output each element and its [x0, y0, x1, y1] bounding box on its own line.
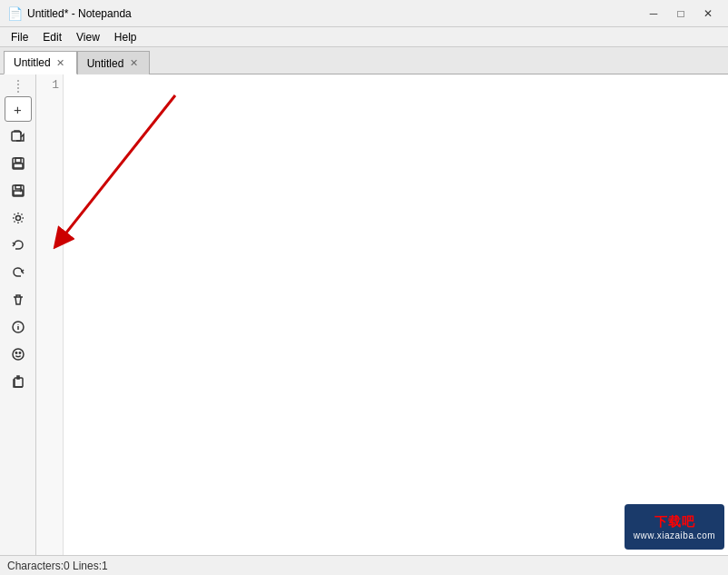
drag-handle-dot [17, 91, 19, 93]
svg-rect-0 [12, 132, 21, 141]
minimize-button[interactable]: ─ [641, 4, 666, 24]
title-bar: 📄 Untitled* - Notepanda ─ □ ✕ [0, 0, 728, 27]
main-area: + [0, 74, 728, 555]
clipboard-button[interactable] [5, 369, 32, 394]
svg-point-10 [15, 352, 16, 353]
tab-1-label: Untitled [14, 56, 51, 69]
menu-help[interactable]: Help [107, 27, 144, 46]
svg-point-7 [15, 216, 20, 221]
line-number-1: 1 [40, 78, 59, 92]
editor-area: 1 [36, 74, 728, 555]
line-numbers: 1 [36, 74, 64, 555]
window-controls: ─ □ ✕ [641, 4, 721, 24]
svg-rect-3 [14, 164, 23, 168]
tab-2[interactable]: Untitled ✕ [77, 51, 151, 74]
maximize-button[interactable]: □ [668, 4, 694, 24]
watermark-top: 下载吧 [654, 514, 695, 530]
close-button[interactable]: ✕ [695, 4, 721, 24]
svg-rect-6 [14, 191, 23, 195]
window-title: Untitled* - Notepanda [27, 7, 132, 20]
drag-handle-dot [17, 87, 19, 89]
watermark-bottom: www.xiazaiba.com [634, 530, 715, 540]
tab-1[interactable]: Untitled ✕ [4, 51, 77, 74]
status-text: Characters:0 Lines:1 [7, 560, 108, 572]
tab-1-close[interactable]: ✕ [54, 56, 67, 69]
app-icon: 📄 [7, 6, 22, 21]
undo-button[interactable] [5, 233, 32, 258]
editor[interactable] [64, 74, 728, 555]
svg-rect-2 [15, 158, 21, 163]
redo-button[interactable] [5, 260, 32, 285]
new-file-button[interactable]: + [5, 96, 32, 122]
status-bar: Characters:0 Lines:1 [0, 555, 728, 575]
settings-button[interactable] [5, 205, 32, 231]
menu-bar: File Edit View Help [0, 27, 728, 47]
sidebar: + [0, 74, 36, 555]
svg-point-11 [19, 352, 20, 353]
tab-2-close[interactable]: ✕ [127, 57, 140, 70]
save-file-button[interactable] [5, 151, 32, 176]
svg-point-9 [13, 349, 24, 360]
menu-file[interactable]: File [4, 27, 35, 46]
tab-bar: Untitled ✕ Untitled ✕ [0, 47, 728, 74]
delete-button[interactable] [5, 287, 32, 312]
title-bar-left: 📄 Untitled* - Notepanda [7, 6, 132, 21]
menu-edit[interactable]: Edit [35, 27, 69, 46]
open-file-button[interactable] [5, 124, 32, 149]
info-button[interactable] [5, 314, 32, 340]
emoji-button[interactable] [5, 342, 32, 367]
tab-2-label: Untitled [87, 57, 124, 70]
save-as-button[interactable] [5, 178, 32, 203]
drag-handle-dot [17, 80, 19, 82]
drag-handle-dot [17, 84, 19, 85]
menu-view[interactable]: View [69, 27, 107, 46]
watermark: 下载吧 www.xiazaiba.com [625, 504, 724, 550]
